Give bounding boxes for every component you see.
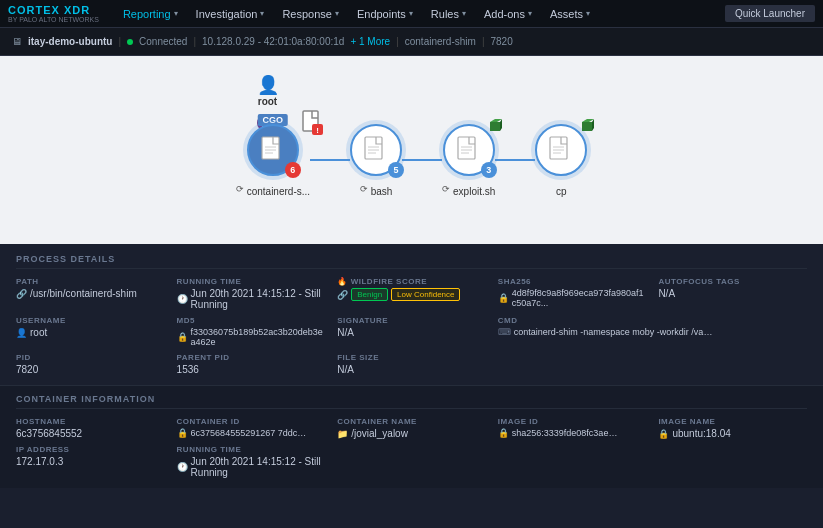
node-label: bash — [371, 186, 393, 197]
nav-assets[interactable]: Assets ▾ — [542, 0, 598, 28]
svg-rect-23 — [582, 122, 592, 131]
process-node-containerd[interactable]: CGO 6 ⟳ containerd-s... — [236, 124, 310, 197]
chevron-down-icon: ▾ — [260, 9, 264, 18]
username-value: root — [30, 327, 47, 338]
logo: CORTEX XDR BY PALO ALTO NETWORKS — [8, 4, 99, 23]
host-icon: 🖥 — [12, 36, 22, 47]
low-confidence-badge: Low Confidence — [391, 288, 460, 301]
container-name-value: /jovial_yalow — [351, 428, 408, 439]
detail-image-id: IMAGE ID 🔒 sha256:3339fde08fc3ae453e891b… — [498, 417, 647, 439]
nav-response[interactable]: Response ▾ — [274, 0, 347, 28]
clock-icon: 🕐 — [177, 294, 188, 304]
file-icon — [260, 136, 286, 164]
detail-hostname: HOSTNAME 6c3756845552 — [16, 417, 165, 439]
lock-icon: 🔒 — [498, 293, 509, 303]
nav-addons[interactable]: Add-ons ▾ — [476, 0, 540, 28]
hostname: itay-demo-ubuntu — [28, 36, 112, 47]
autofocus-value: N/A — [658, 288, 675, 299]
node-label: exploit.sh — [453, 186, 495, 197]
logo-subtext: BY PALO ALTO NETWORKS — [8, 16, 99, 23]
process-details-title: PROCESS DETAILS — [16, 254, 807, 269]
cmd-icon: ⌨ — [498, 327, 511, 337]
signature-value: N/A — [337, 327, 354, 338]
detail-autofocus: AUTOFOCUS TAGS N/A — [658, 277, 807, 310]
refresh-icon: ⟳ — [236, 184, 244, 194]
process-graph: 👤 root ! CGO — [0, 56, 823, 244]
connector-line — [310, 159, 350, 161]
svg-rect-15 — [490, 122, 500, 131]
refresh-icon: ⟳ — [360, 184, 368, 194]
detail-container-running-time: RUNNING TIME 🕐 Jun 20th 2021 14:15:12 - … — [177, 445, 326, 478]
status-indicator — [127, 39, 133, 45]
file-size-value: N/A — [337, 364, 354, 375]
nav-rules[interactable]: Rules ▾ — [423, 0, 474, 28]
svg-rect-3 — [262, 137, 279, 159]
nav-endpoints[interactable]: Endpoints ▾ — [349, 0, 421, 28]
running-time-value: Jun 20th 2021 14:15:12 - Still Running — [191, 288, 326, 310]
breadcrumb: 🖥 itay-demo-ubuntu | Connected | 10.128.… — [0, 28, 823, 56]
process-node-exploit[interactable]: 3 ⟳ exploit.sh — [442, 124, 495, 197]
detail-username: USERNAME 👤 root — [16, 316, 165, 347]
node-circle: 6 — [247, 124, 299, 176]
node-circle: 3 — [443, 124, 495, 176]
svg-marker-18 — [500, 119, 502, 131]
chevron-down-icon: ▾ — [462, 9, 466, 18]
clock-icon2: 🕐 — [177, 462, 188, 472]
svg-rect-7 — [365, 137, 382, 159]
nodes-row: CGO 6 ⟳ containerd-s... — [236, 124, 588, 197]
logo-text: CORTEX XDR — [8, 4, 90, 16]
process-pid: 7820 — [491, 36, 513, 47]
top-navigation: CORTEX XDR BY PALO ALTO NETWORKS Reporti… — [0, 0, 823, 28]
process-node-cp[interactable]: cp — [535, 124, 587, 197]
parent-label: root — [258, 96, 277, 107]
detail-pid: PID 7820 — [16, 353, 165, 375]
detail-cmd: CMD ⌨ containerd-shim -namespace moby -w… — [498, 316, 807, 347]
chevron-down-icon: ▾ — [586, 9, 590, 18]
ip-address: 10.128.0.29 - 42:01:0a:80:00:1d — [202, 36, 344, 47]
chevron-down-icon: ▾ — [409, 9, 413, 18]
lock-icon5: 🔒 — [658, 429, 669, 439]
container-id-value: 6c375684555291267 7ddc3e97b9d19... — [191, 428, 311, 438]
nav-reporting[interactable]: Reporting ▾ — [115, 0, 186, 28]
folder-icon: 📁 — [337, 429, 348, 439]
detail-parent-pid: PARENT PID 1536 — [177, 353, 326, 375]
quick-launcher-button[interactable]: Quick Launcher — [725, 5, 815, 22]
detail-sha256: SHA256 🔒 4d8f9f8c9a8f969eca973fa980af1c5… — [498, 277, 647, 310]
refresh-icon: ⟳ — [442, 184, 450, 194]
parent-pid-value: 1536 — [177, 364, 199, 375]
more-link[interactable]: + 1 More — [350, 36, 390, 47]
nav-items: Reporting ▾ Investigation ▾ Response ▾ E… — [115, 0, 725, 28]
nav-investigation[interactable]: Investigation ▾ — [188, 0, 273, 28]
chevron-down-icon: ▾ — [335, 9, 339, 18]
connector-line — [495, 159, 535, 161]
pid-value: 7820 — [16, 364, 38, 375]
graph-container: 👤 root ! CGO — [20, 66, 803, 234]
hostname-value: 6c3756845552 — [16, 428, 82, 439]
lock-icon2: 🔒 — [177, 332, 188, 342]
svg-text:!: ! — [316, 126, 319, 135]
connector-line — [402, 159, 442, 161]
node-badge: 3 — [481, 162, 497, 178]
benign-badge: Benign — [351, 288, 388, 301]
link-icon: 🔗 — [16, 289, 27, 299]
svg-rect-11 — [458, 137, 475, 159]
process-details-grid: PATH 🔗 /usr/bin/containerd-shim RUNNING … — [16, 277, 807, 375]
process-node-bash[interactable]: 5 ⟳ bash — [350, 124, 402, 197]
path-value: /usr/bin/containerd-shim — [30, 288, 137, 299]
detail-image-name: IMAGE NAME 🔒 ubuntu:18.04 — [658, 417, 807, 439]
node-circle — [535, 124, 587, 176]
parent-node: 👤 root — [257, 74, 279, 107]
wildfire-icon2: 🔗 — [337, 290, 348, 300]
detail-ip-address: IP ADDRESS 172.17.0.3 — [16, 445, 165, 478]
node-circle: 5 — [350, 124, 402, 176]
lock-icon4: 🔒 — [498, 428, 509, 438]
green-cube-icon — [581, 118, 595, 134]
file-icon — [548, 136, 574, 164]
file-icon — [363, 136, 389, 164]
detail-md5: MD5 🔒 f33036075b189b52ac3b20deb3ea462e — [177, 316, 326, 347]
green-cube-icon — [489, 118, 503, 134]
process-details-section: PROCESS DETAILS PATH 🔗 /usr/bin/containe… — [0, 244, 823, 385]
svg-rect-19 — [550, 137, 567, 159]
detail-file-size: FILE SIZE N/A — [337, 353, 486, 375]
detail-signature: SIGNATURE N/A — [337, 316, 486, 347]
